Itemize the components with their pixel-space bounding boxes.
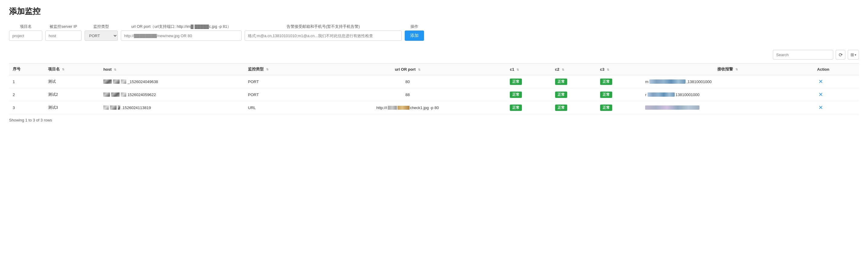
toolbar: ⟳ ⊞ ▾ xyxy=(9,50,859,60)
grid-icon: ⊞ xyxy=(850,52,854,57)
sort-icon-type: ⇅ xyxy=(266,68,269,71)
form-group-host: 被监控server IP xyxy=(45,24,82,41)
host-label: 被监控server IP xyxy=(45,24,82,29)
cell-host: 1526024059622 xyxy=(100,88,244,101)
table-row: 2 测试2 1526024059622 PORT 88 正常 正常 正常 r 1… xyxy=(9,88,859,101)
alert-text-suffix: 13810001000 xyxy=(676,92,700,97)
cell-c3: 正常 xyxy=(596,101,642,114)
url-input[interactable] xyxy=(121,31,242,41)
url-prefix: http://i xyxy=(376,105,387,110)
host-pixel-2 xyxy=(113,80,120,84)
delete-button-1[interactable]: ✕ xyxy=(817,78,824,85)
col-url-port[interactable]: url OR port ⇅ xyxy=(309,63,506,75)
cell-c2: 正常 xyxy=(552,88,596,101)
cell-type: URL xyxy=(244,101,309,114)
search-input[interactable] xyxy=(773,50,833,60)
view-toggle-button[interactable]: ⊞ ▾ xyxy=(848,50,859,60)
sort-icon-host: ⇅ xyxy=(114,68,116,71)
cell-host: .1526024113819 xyxy=(100,101,244,114)
refresh-button[interactable]: ⟳ xyxy=(836,50,845,60)
col-c2[interactable]: c2 ⇅ xyxy=(552,63,596,75)
showing-rows: Showing 1 to 3 of 3 rows xyxy=(9,118,859,122)
host-pixel-2 xyxy=(111,92,120,97)
col-monitor-type[interactable]: 监控类型 ⇅ xyxy=(244,63,309,75)
add-monitor-form: 项目名 被监控server IP 监控类型 PORT URL url OR po… xyxy=(9,24,859,41)
cell-url: 88 xyxy=(309,88,506,101)
cell-type: PORT xyxy=(244,88,309,101)
monitor-table: 序号 项目名 ⇅ host ⇅ 监控类型 ⇅ url OR port ⇅ c1 … xyxy=(9,63,859,114)
cell-c1: 正常 xyxy=(506,88,551,101)
cell-action: ✕ xyxy=(814,88,859,101)
cell-c1: 正常 xyxy=(506,101,551,114)
alert-text-suffix: ,13810001000 xyxy=(686,80,712,84)
form-group-project: 项目名 xyxy=(9,24,42,41)
col-c3[interactable]: c3 ⇅ xyxy=(596,63,642,75)
type-select[interactable]: PORT URL xyxy=(85,31,118,41)
sort-icon-url: ⇅ xyxy=(418,68,421,71)
form-group-type: 监控类型 PORT URL xyxy=(85,24,118,41)
host-pixel-1 xyxy=(103,80,112,84)
email-blur-1 xyxy=(649,80,686,84)
table-row: 3 测试3 .1526024113819 URL http://i check1… xyxy=(9,101,859,114)
cell-c3: 正常 xyxy=(596,75,642,88)
cell-project: 测试 xyxy=(44,75,100,88)
cell-c2: 正常 xyxy=(552,101,596,114)
sort-icon-alert: ⇅ xyxy=(736,68,738,71)
col-host[interactable]: host ⇅ xyxy=(100,63,244,75)
delete-button-3[interactable]: ✕ xyxy=(817,104,824,111)
form-group-email: 告警接受邮箱和手机号(暂不支持手机告警) xyxy=(245,24,402,41)
project-label: 项目名 xyxy=(9,24,42,29)
col-c1[interactable]: c1 ⇅ xyxy=(506,63,551,75)
alert-text-prefix: m xyxy=(645,80,648,84)
cell-alert: m ,13810001000 xyxy=(642,75,813,88)
cell-alert xyxy=(642,101,813,114)
cell-c3: 正常 xyxy=(596,88,642,101)
cell-project: 测试3 xyxy=(44,101,100,114)
email-blur-3 xyxy=(645,105,700,110)
type-label: 监控类型 xyxy=(85,24,118,29)
action-label: 操作 xyxy=(405,24,424,29)
email-label: 告警接受邮箱和手机号(暂不支持手机告警) xyxy=(245,24,402,29)
delete-button-2[interactable]: ✕ xyxy=(817,91,824,98)
sort-icon-c1: ⇅ xyxy=(517,68,519,71)
col-alert[interactable]: 接收报警 ⇅ xyxy=(642,63,813,75)
host-pixel-3 xyxy=(121,92,126,97)
refresh-icon: ⟳ xyxy=(839,52,843,58)
cell-alert: r 13810001000 xyxy=(642,88,813,101)
alert-text-prefix: r xyxy=(645,92,646,97)
host-pixel-3 xyxy=(121,80,126,84)
url-label: url OR port（url支持端口: http://im▓ ▓▓▓▓▓c.j… xyxy=(121,24,242,29)
sort-icon-c2: ⇅ xyxy=(562,68,564,71)
host-suffix: _1526024049638 xyxy=(127,80,158,84)
host-suffix: 1526024059622 xyxy=(127,92,156,97)
cell-url: http://i check1.jpg -p 80 xyxy=(309,101,506,114)
table-row: 1 测试 _1526024049638 PORT 80 正常 正常 正常 m ,… xyxy=(9,75,859,88)
project-input[interactable] xyxy=(9,31,42,41)
cell-seq: 3 xyxy=(9,101,44,114)
host-pixel-1 xyxy=(103,92,110,97)
cell-url: 80 xyxy=(309,75,506,88)
form-group-action: 操作 添加 xyxy=(405,24,424,41)
col-project: 项目名 ⇅ xyxy=(44,63,100,75)
col-action: Action xyxy=(814,63,859,75)
page-title: 添加监控 xyxy=(9,6,859,17)
host-input[interactable] xyxy=(45,31,82,41)
cell-action: ✕ xyxy=(814,75,859,88)
url-blur-pix2 xyxy=(398,106,409,110)
cell-seq: 2 xyxy=(9,88,44,101)
cell-project: 测试2 xyxy=(44,88,100,101)
col-seq: 序号 xyxy=(9,63,44,75)
host-pixel-3 xyxy=(118,105,120,110)
form-group-url: url OR port（url支持端口: http://im▓ ▓▓▓▓▓c.j… xyxy=(121,24,242,41)
cell-c1: 正常 xyxy=(506,75,551,88)
url-suffix: check1.jpg -p 80 xyxy=(410,105,439,110)
chevron-down-icon: ▾ xyxy=(855,53,856,57)
sort-icon-c3: ⇅ xyxy=(607,68,609,71)
host-pixel-2 xyxy=(110,105,117,110)
host-suffix: .1526024113819 xyxy=(121,105,151,110)
email-input[interactable] xyxy=(245,31,402,41)
cell-seq: 1 xyxy=(9,75,44,88)
email-blur-2 xyxy=(648,92,675,97)
host-pixel-1 xyxy=(103,105,109,110)
add-button[interactable]: 添加 xyxy=(405,31,424,41)
